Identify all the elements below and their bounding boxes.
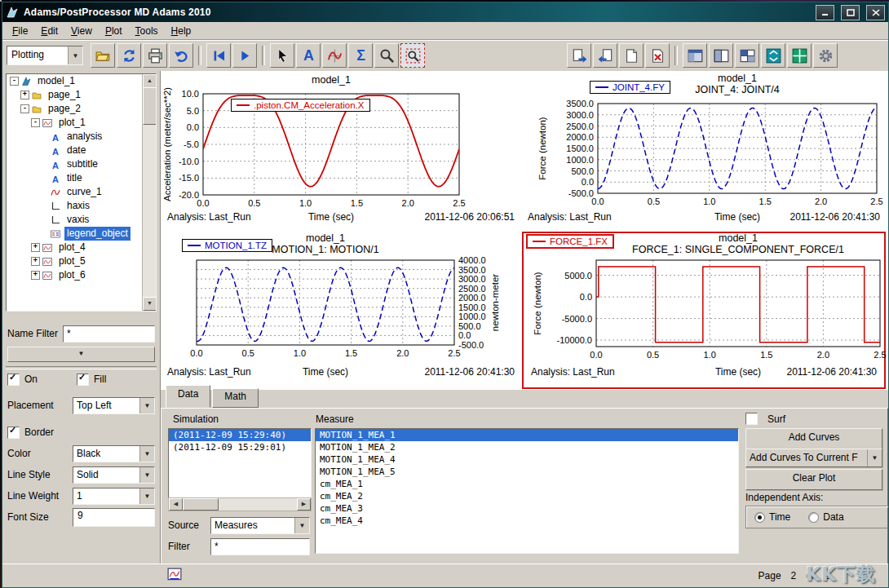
tree-item-title[interactable]: Atitle <box>7 171 143 185</box>
menu-help[interactable]: Help <box>165 23 198 39</box>
fill-checkbox[interactable] <box>77 374 89 386</box>
export-plot-button[interactable] <box>567 43 591 68</box>
tree-expander[interactable]: - <box>20 104 29 113</box>
layout-quad-button[interactable] <box>735 43 759 68</box>
import-plot-button[interactable] <box>593 43 617 68</box>
tree-expander[interactable]: - <box>10 77 19 86</box>
text-tool-button[interactable]: A <box>296 43 321 68</box>
delete-page-button[interactable] <box>645 43 670 68</box>
plot-legend[interactable]: MOTION_1.TZ <box>182 239 272 252</box>
tab-math[interactable]: Math <box>212 388 259 408</box>
plot-cell-plot_4[interactable]: 0.00.51.01.52.02.55000.00.0-5000.0-10000… <box>521 231 887 390</box>
tree-item-date[interactable]: Adate <box>7 144 143 157</box>
tree-expander[interactable]: + <box>31 257 40 266</box>
on-checkbox[interactable] <box>7 374 20 386</box>
tree-item-plot_6[interactable]: +plot_6 <box>7 268 143 282</box>
measure-item[interactable]: MOTION_1_MEA_5 <box>316 466 738 478</box>
minimize-button[interactable] <box>816 5 834 20</box>
simulation-item[interactable]: (2011-12-09 15:29:40) <box>169 429 311 441</box>
menu-edit[interactable]: Edit <box>34 23 64 39</box>
scrollbar-track[interactable] <box>183 498 297 511</box>
scrollbar-thumb[interactable] <box>143 87 157 125</box>
menu-view[interactable]: View <box>64 23 99 39</box>
tree-item-subtitle[interactable]: Asubtitle <box>7 157 143 171</box>
chevron-down-icon[interactable]: ▼ <box>68 46 82 64</box>
zoom-button[interactable] <box>374 43 399 68</box>
plot-curve-MOTION_1.TZ[interactable] <box>197 267 454 341</box>
layout-single-button[interactable] <box>683 43 707 68</box>
chevron-down-icon[interactable]: ▼ <box>867 449 882 466</box>
tree-item-legend_object[interactable]: legend_object <box>7 227 143 241</box>
simulation-hscrollbar[interactable]: ◀ ▶ <box>168 497 312 511</box>
print-button[interactable] <box>143 43 167 68</box>
measure-item[interactable]: MOTION_1_MEA_4 <box>316 453 738 466</box>
page-current[interactable]: 2 <box>791 570 797 581</box>
add-curves-to-current-button[interactable]: Add Curves To Current F ▼ <box>745 449 882 467</box>
placement-select[interactable]: Top Left ▼ <box>73 397 155 414</box>
scroll-up-icon[interactable]: ▲ <box>143 74 157 88</box>
tree-expander[interactable]: - <box>31 118 40 127</box>
source-select[interactable]: Measures ▼ <box>210 517 310 534</box>
line-weight-select[interactable]: 1 ▼ <box>73 488 155 505</box>
measure-item[interactable]: cm_MEA_3 <box>316 502 738 515</box>
plot-cell-plot_2[interactable]: 0.00.51.01.52.02.53500.03000.02500.02000… <box>521 71 887 231</box>
measure-item[interactable]: MOTION_1_MEA_2 <box>316 441 738 453</box>
plot-curve-FORCE_1.FX[interactable] <box>596 267 880 343</box>
curve-trace-button[interactable] <box>322 43 347 68</box>
menu-file[interactable]: File <box>6 23 34 39</box>
plot-legend[interactable]: FORCE_1.FX <box>526 234 614 249</box>
chevron-down-icon[interactable]: ▼ <box>139 467 154 483</box>
tree-item-analysis[interactable]: Aanalysis <box>7 130 143 144</box>
plot-legend[interactable]: .piston.CM_Acceleration.X <box>231 99 370 112</box>
radio-data[interactable]: Data <box>808 511 843 523</box>
maximize-button[interactable] <box>841 5 860 20</box>
radio-time[interactable]: Time <box>754 511 790 523</box>
refresh-button[interactable] <box>117 43 141 68</box>
filter-input[interactable] <box>210 538 310 555</box>
undo-button[interactable] <box>169 43 193 68</box>
plot-cell-plot_3[interactable]: 0.00.51.01.52.02.54000.03500.03000.02500… <box>161 231 521 390</box>
title-bar[interactable]: Adams/PostProcessor MD Adams 2010 <box>2 2 888 22</box>
surf-checkbox[interactable] <box>745 413 758 425</box>
scroll-left-icon[interactable]: ◀ <box>169 498 183 511</box>
menu-plot[interactable]: Plot <box>99 23 129 39</box>
first-page-button[interactable] <box>206 43 231 68</box>
color-select[interactable]: Black ▼ <box>73 445 155 462</box>
tree-expander[interactable]: + <box>31 271 40 280</box>
simulation-item[interactable]: (2011-12-09 15:29:01) <box>169 441 311 453</box>
new-page-button[interactable] <box>619 43 644 68</box>
open-file-button[interactable] <box>91 43 115 68</box>
chevron-down-icon[interactable]: ▼ <box>139 398 154 413</box>
view-swap-button[interactable] <box>761 43 785 68</box>
tree-item-page_1[interactable]: +page_1 <box>7 88 143 102</box>
measure-item[interactable]: cm_MEA_2 <box>316 490 738 502</box>
scrollbar-thumb[interactable] <box>183 498 219 511</box>
chevron-down-icon[interactable]: ▼ <box>294 518 309 533</box>
name-filter-input[interactable] <box>63 325 155 343</box>
scroll-right-icon[interactable]: ▶ <box>297 498 311 511</box>
menu-tools[interactable]: Tools <box>129 23 165 39</box>
layout-split-button[interactable] <box>709 43 733 68</box>
measure-item[interactable]: cm_MEA_1 <box>316 478 738 490</box>
add-curves-button[interactable]: Add Curves <box>745 428 882 449</box>
mode-select[interactable]: Plotting ▼ <box>7 46 83 65</box>
tree-item-plot_5[interactable]: +plot_5 <box>7 254 143 268</box>
statistics-button[interactable]: Σ <box>348 43 373 68</box>
next-page-button[interactable] <box>232 43 257 68</box>
measure-list[interactable]: MOTION_1_MEA_1MOTION_1_MEA_2MOTION_1_MEA… <box>315 428 739 554</box>
plot-legend[interactable]: JOINT_4.FY <box>590 81 670 94</box>
tree-scrollbar[interactable]: ▲ ▼ <box>142 74 156 311</box>
tree-item-plot_4[interactable]: +plot_4 <box>7 241 143 254</box>
tree-item-curve_1[interactable]: curve_1 <box>7 185 143 199</box>
chevron-down-icon[interactable]: ▼ <box>139 446 154 462</box>
tree-item-model_1[interactable]: -model_1 <box>7 74 143 88</box>
tree-item-plot_1[interactable]: -plot_1 <box>7 116 143 130</box>
border-checkbox[interactable] <box>7 427 20 439</box>
tree-filter-dropdown[interactable]: ▼ <box>7 347 155 362</box>
view-tile-button[interactable] <box>787 43 812 68</box>
zoom-window-button[interactable] <box>400 43 425 68</box>
scroll-down-icon[interactable]: ▼ <box>143 297 157 311</box>
select-cursor-button[interactable] <box>270 43 294 68</box>
font-size-input[interactable]: 9 <box>73 508 155 527</box>
line-style-select[interactable]: Solid ▼ <box>73 466 155 484</box>
